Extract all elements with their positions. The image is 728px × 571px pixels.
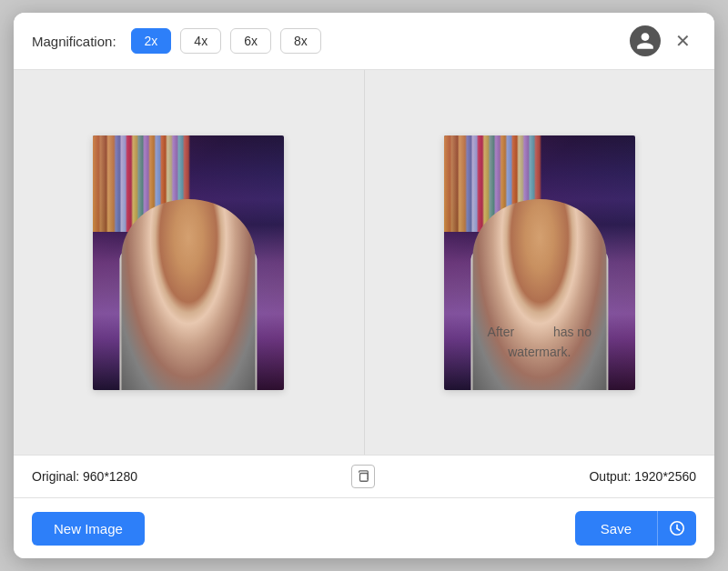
photo-background	[93, 135, 284, 390]
close-button[interactable]: ✕	[670, 28, 696, 54]
save-dropdown-button[interactable]	[658, 511, 696, 546]
copy-button[interactable]	[351, 465, 375, 488]
save-button[interactable]: Save	[575, 511, 658, 546]
clock-icon	[669, 520, 685, 536]
app-window: Magnification: 2x 4x 6x 8x ✕	[14, 13, 714, 558]
avatar-icon[interactable]	[630, 25, 661, 56]
footer: New Image Save	[14, 498, 714, 558]
mag-4x-button[interactable]: 4x	[180, 28, 221, 54]
output-photo: After has no watermark.	[444, 135, 635, 390]
svg-line-3	[677, 528, 680, 530]
save-group: Save	[575, 511, 696, 546]
info-bar: Original: 960*1280 Output: 1920*2560	[14, 455, 714, 498]
mag-8x-button[interactable]: 8x	[280, 28, 321, 54]
output-dimensions: Output: 1920*2560	[589, 469, 696, 484]
mag-2x-button[interactable]: 2x	[131, 28, 172, 54]
user-svg	[635, 31, 655, 51]
magnification-label: Magnification:	[32, 34, 116, 49]
output-photo-background	[444, 135, 635, 390]
svg-rect-0	[360, 474, 369, 482]
original-dimensions: Original: 960*1280	[32, 469, 137, 484]
original-photo	[93, 135, 284, 390]
header: Magnification: 2x 4x 6x 8x ✕	[14, 13, 714, 70]
new-image-button[interactable]: New Image	[32, 512, 145, 546]
output-hoodie-layer	[470, 250, 608, 390]
copy-icon	[357, 470, 369, 483]
mag-6x-button[interactable]: 6x	[230, 28, 271, 54]
hoodie-layer	[120, 250, 258, 390]
image-area: After has no watermark.	[14, 70, 714, 455]
original-image-panel	[14, 70, 364, 455]
output-image-panel: After has no watermark.	[364, 70, 715, 455]
